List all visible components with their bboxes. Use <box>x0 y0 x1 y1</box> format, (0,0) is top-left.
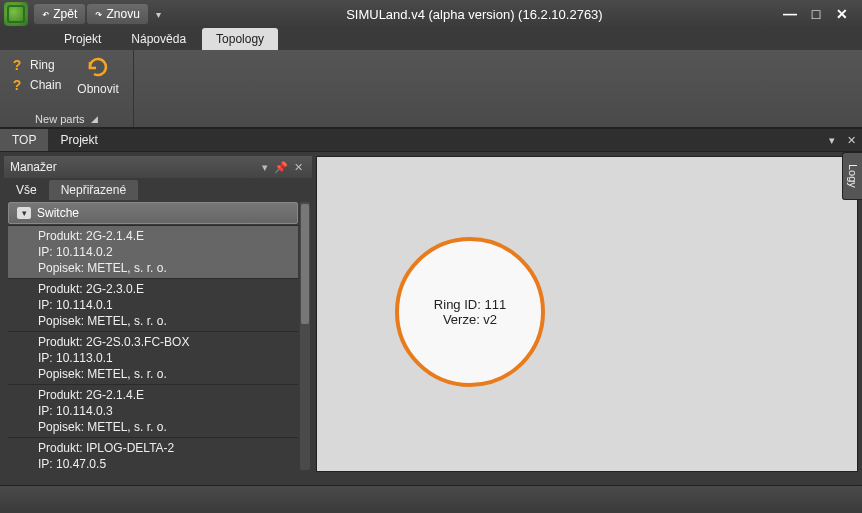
ribbon-group-new-parts: ? Ring ? Chain Obnovit New parts ◢ <box>0 50 134 127</box>
question-icon: ? <box>10 77 24 93</box>
question-icon: ? <box>10 57 24 73</box>
manager-tab-all[interactable]: Vše <box>4 180 49 200</box>
minimize-button[interactable]: — <box>782 6 798 22</box>
chevron-down-icon: ▾ <box>17 207 31 219</box>
switch-item[interactable]: Produkt: IPLOG-DELTA-2 IP: 10.47.0.5 <box>8 437 298 472</box>
refresh-icon <box>85 56 111 80</box>
doc-tab-top[interactable]: TOP <box>0 129 48 151</box>
manager-body: ▾ Switche Produkt: 2G-2.1.4.E IP: 10.114… <box>4 200 312 472</box>
ring-button[interactable]: ? Ring <box>8 56 63 74</box>
manager-tab-unassigned[interactable]: Nepřiřazené <box>49 180 138 200</box>
status-bar <box>0 485 862 513</box>
redo-label: Znovu <box>106 7 139 21</box>
switch-popisek: Popisek: METEL, s. r. o. <box>38 313 298 329</box>
quick-access-toolbar: ↶ Zpět ↷ Znovu ▾ <box>34 4 167 24</box>
undo-arrow-icon: ↶ <box>42 7 49 21</box>
ribbon: ? Ring ? Chain Obnovit New parts ◢ <box>0 50 862 128</box>
ring-id-label: Ring ID: 111 <box>434 297 506 312</box>
ring-node[interactable]: Ring ID: 111 Verze: v2 <box>395 237 545 387</box>
logy-side-tab[interactable]: Logy <box>842 152 862 200</box>
refresh-button[interactable]: Obnovit <box>71 54 124 98</box>
title-bar: ↶ Zpět ↷ Znovu ▾ SIMULand.v4 (alpha vers… <box>0 0 862 28</box>
panel-menu-icon[interactable]: ▾ <box>259 161 271 174</box>
ring-version-label: Verze: v2 <box>443 312 497 327</box>
close-button[interactable]: ✕ <box>834 6 850 22</box>
doc-tab-projekt[interactable]: Projekt <box>48 129 109 151</box>
redo-arrow-icon: ↷ <box>95 7 102 21</box>
ring-label: Ring <box>30 58 55 72</box>
tab-napoveda[interactable]: Nápověda <box>117 28 200 50</box>
scrollbar-thumb[interactable] <box>301 204 309 324</box>
doc-tab-close[interactable]: ✕ <box>841 134 862 147</box>
tree-scrollbar[interactable] <box>300 202 310 470</box>
undo-button[interactable]: ↶ Zpět <box>34 4 85 24</box>
switch-popisek: Popisek: METEL, s. r. o. <box>38 260 298 276</box>
switch-ip: IP: 10.114.0.1 <box>38 297 298 313</box>
switch-popisek: Popisek: METEL, s. r. o. <box>38 419 298 435</box>
doc-tab-menu[interactable]: ▾ <box>823 134 841 147</box>
switch-ip: IP: 10.47.0.5 <box>38 456 298 472</box>
switch-produkt: Produkt: 2G-2.1.4.E <box>38 387 298 403</box>
topology-canvas[interactable]: Ring ID: 111 Verze: v2 <box>316 156 858 472</box>
panel-close-icon[interactable]: ✕ <box>291 161 306 174</box>
dialog-launcher-icon[interactable]: ◢ <box>91 114 98 124</box>
switch-ip: IP: 10.113.0.1 <box>38 350 298 366</box>
manager-tabs: Vše Nepřiřazené <box>4 178 312 200</box>
tree-group-label: Switche <box>37 206 79 220</box>
tab-projekt[interactable]: Projekt <box>50 28 115 50</box>
document-tab-strip: TOP Projekt ▾ ✕ <box>0 128 862 152</box>
app-icon <box>4 2 28 26</box>
qat-dropdown[interactable]: ▾ <box>150 9 167 20</box>
switch-item[interactable]: Produkt: 2G-2.3.0.E IP: 10.114.0.1 Popis… <box>8 278 298 331</box>
tab-topology[interactable]: Topology <box>202 28 278 50</box>
manager-title: Manažer <box>10 160 57 174</box>
main-area: Manažer ▾ 📌 ✕ Vše Nepřiřazené ▾ Switche … <box>0 152 862 476</box>
window-title: SIMULand.v4 (alpha version) (16.2.10.276… <box>167 7 782 22</box>
chain-button[interactable]: ? Chain <box>8 76 63 94</box>
maximize-button[interactable]: □ <box>808 6 824 22</box>
panel-pin-icon[interactable]: 📌 <box>271 161 291 174</box>
manager-panel: Manažer ▾ 📌 ✕ Vše Nepřiřazené ▾ Switche … <box>4 156 312 472</box>
chain-label: Chain <box>30 78 61 92</box>
refresh-label: Obnovit <box>77 82 118 96</box>
tree-group-switche[interactable]: ▾ Switche <box>8 202 298 224</box>
window-controls: — □ ✕ <box>782 6 858 22</box>
group-label: New parts <box>35 113 85 125</box>
switch-produkt: Produkt: 2G-2.3.0.E <box>38 281 298 297</box>
switch-produkt: Produkt: IPLOG-DELTA-2 <box>38 440 298 456</box>
redo-button[interactable]: ↷ Znovu <box>87 4 148 24</box>
ribbon-tabs: Projekt Nápověda Topology <box>0 28 862 50</box>
tree: ▾ Switche Produkt: 2G-2.1.4.E IP: 10.114… <box>8 202 298 472</box>
switch-popisek: Popisek: METEL, s. r. o. <box>38 366 298 382</box>
switch-item[interactable]: Produkt: 2G-2S.0.3.FC-BOX IP: 10.113.0.1… <box>8 331 298 384</box>
switch-ip: IP: 10.114.0.2 <box>38 244 298 260</box>
undo-label: Zpět <box>53 7 77 21</box>
switch-ip: IP: 10.114.0.3 <box>38 403 298 419</box>
switch-produkt: Produkt: 2G-2.1.4.E <box>38 228 298 244</box>
switch-item[interactable]: Produkt: 2G-2.1.4.E IP: 10.114.0.3 Popis… <box>8 384 298 437</box>
switch-produkt: Produkt: 2G-2S.0.3.FC-BOX <box>38 334 298 350</box>
switch-item[interactable]: Produkt: 2G-2.1.4.E IP: 10.114.0.2 Popis… <box>8 225 298 278</box>
manager-header: Manažer ▾ 📌 ✕ <box>4 156 312 178</box>
